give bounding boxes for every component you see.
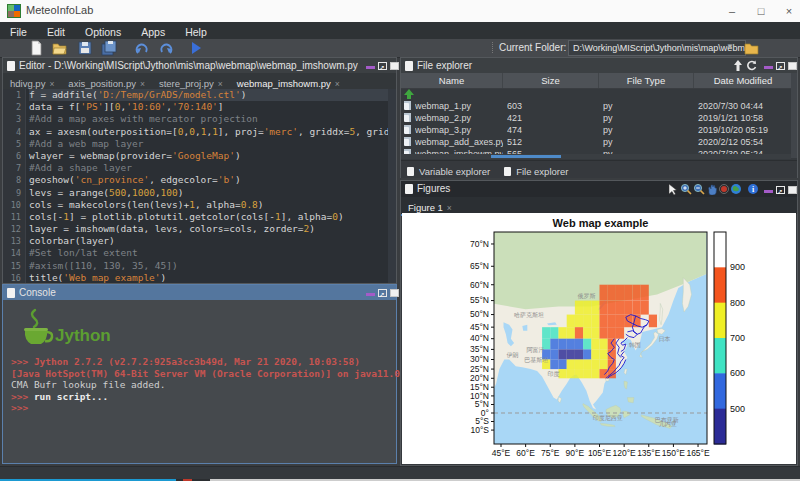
redo-icon[interactable] <box>158 40 174 56</box>
figures-header[interactable]: Figures <box>401 181 797 197</box>
line-number: 2 <box>3 101 25 113</box>
tab-file-explorer[interactable]: File explorer <box>498 163 576 180</box>
menu-edit[interactable]: Edit <box>37 24 75 40</box>
file-cell: webmap_add_axes.py <box>415 136 503 148</box>
undo-icon[interactable] <box>134 40 150 56</box>
maximize-window-button[interactable]: □ <box>750 2 772 20</box>
maximize-panel-icon[interactable] <box>788 186 797 194</box>
detach-panel-icon[interactable] <box>378 62 387 70</box>
svg-text:150°E: 150°E <box>662 448 686 458</box>
code-line[interactable]: title('Web map example') <box>29 272 388 283</box>
menu-help[interactable]: Help <box>175 24 217 40</box>
zoom-out-icon[interactable] <box>693 183 705 195</box>
close-tab-icon[interactable]: × <box>335 79 340 89</box>
window-title: MeteoInfoLab <box>26 4 93 16</box>
file-row-webmap_add_axes.py[interactable]: webmap_add_axes.py512py2020/2/12 05:54 <box>401 136 791 148</box>
code-line[interactable]: f = addfile('D:/Temp/GrADS/model.ctl') <box>29 89 388 101</box>
chevron-down-icon[interactable]: ▼ <box>726 43 736 51</box>
code-line[interactable]: geoshow('cn_province', edgecolor='b') <box>29 174 388 186</box>
code-line[interactable]: #Add a shape layer <box>29 162 388 174</box>
current-folder-combobox[interactable]: D:\Working\MIScript\Jython\mis\map\webma… <box>568 40 746 56</box>
file-row-webmap_2.py[interactable]: webmap_2.py421py2019/1/21 10:58 <box>401 112 791 124</box>
save-icon[interactable] <box>77 40 93 56</box>
parent-directory-row[interactable] <box>401 88 791 100</box>
refresh-icon[interactable] <box>746 60 757 71</box>
close-window-button[interactable]: × <box>778 2 800 20</box>
code-text[interactable]: f = addfile('D:/Temp/GrADS/model.ctl')da… <box>29 89 388 283</box>
menu-file[interactable]: File <box>0 24 37 40</box>
detach-panel-icon[interactable] <box>776 62 785 70</box>
web-map-chart: 俄罗斯哈萨克斯坦日本韩国伊朗阿富汗巴基斯坦印度印度尼西亚巴布亚新几内亚70°N6… <box>402 213 798 467</box>
run-script-icon[interactable] <box>188 40 204 56</box>
line-number: 10 <box>3 199 25 211</box>
close-tab-icon[interactable]: × <box>218 79 223 89</box>
code-line[interactable]: levs = arange(500,1000,100) <box>29 187 388 199</box>
close-tab-icon[interactable]: × <box>49 79 54 89</box>
minimize-panel-icon[interactable] <box>366 66 375 69</box>
code-line[interactable]: #Add a map axes with mercator projection <box>29 113 388 125</box>
line-number: 8 <box>3 174 25 186</box>
column-header-file-type[interactable]: File Type <box>599 73 694 88</box>
minimize-panel-icon[interactable] <box>366 293 375 296</box>
menu-options[interactable]: Options <box>75 24 131 40</box>
minimize-panel-icon[interactable] <box>764 66 773 69</box>
code-editor[interactable]: 12345678910111213141516 f = addfile('D:/… <box>3 89 396 283</box>
minimize-window-button[interactable]: – <box>721 2 743 20</box>
tab-variable-explorer[interactable]: Variable explorer <box>401 163 498 180</box>
code-line[interactable]: cols[-1] = plotlib.plotutil.getcolor(col… <box>29 211 388 223</box>
new-file-icon[interactable] <box>28 40 44 56</box>
file-table-hscrollbar[interactable] <box>401 154 791 159</box>
full-extent-globe-icon[interactable] <box>730 183 742 195</box>
svg-text:40°N: 40°N <box>470 333 489 343</box>
identify-dot-icon[interactable] <box>718 183 730 195</box>
menu-apps[interactable]: Apps <box>131 24 175 40</box>
parent-folder-icon[interactable] <box>733 60 743 71</box>
minimize-panel-icon[interactable] <box>764 190 773 193</box>
code-line[interactable]: #axism([110, 130, 35, 45]) <box>29 260 388 272</box>
maximize-panel-icon[interactable] <box>390 62 399 70</box>
code-line[interactable]: data = f['PS'][0,'10:60','70:140'] <box>29 101 388 113</box>
save-all-icon[interactable] <box>101 40 117 56</box>
code-line[interactable]: ax = axesm(outerposition=[0,0,1,1], proj… <box>29 126 388 138</box>
info-icon[interactable]: i <box>747 183 759 195</box>
file-table-vscrollbar[interactable] <box>791 73 797 158</box>
maximize-panel-icon[interactable] <box>390 289 399 297</box>
file-table-header[interactable]: NameSizeFile TypeDate Modified <box>401 73 791 89</box>
file-cell: 512 <box>507 136 599 148</box>
file-cell: webmap_1.py <box>415 100 503 112</box>
svg-text:10°S: 10°S <box>470 425 489 435</box>
pan-hand-icon[interactable] <box>706 183 718 195</box>
console-output[interactable]: Jython >>> Jython 2.7.2 (v2.7.2:925a3cc3… <box>3 300 396 463</box>
cursor-icon[interactable] <box>666 183 678 195</box>
close-tab-icon[interactable]: × <box>447 203 452 213</box>
code-line[interactable]: #Set lon/lat extent <box>29 247 388 259</box>
close-tab-icon[interactable]: × <box>140 79 145 89</box>
editor-scrollbar[interactable] <box>388 89 396 283</box>
column-header-name[interactable]: Name <box>401 73 503 88</box>
file-row-webmap_3.py[interactable]: webmap_3.py474py2019/10/20 05:19 <box>401 124 791 136</box>
file-explorer-header[interactable]: File explorer <box>401 58 797 73</box>
code-line[interactable]: wlayer = webmap(provider='GoogleMap') <box>29 150 388 162</box>
line-number: 5 <box>3 138 25 150</box>
code-line[interactable]: layer = imshowm(data, levs, colors=cols,… <box>29 223 388 235</box>
maximize-panel-icon[interactable] <box>788 62 797 70</box>
browse-folder-icon[interactable] <box>744 40 760 56</box>
figure-canvas[interactable]: Web map example 俄罗斯哈萨克斯坦日本韩国伊朗阿富汗巴基斯坦印度印… <box>402 213 796 464</box>
console-header[interactable]: Console <box>3 285 396 300</box>
file-row-webmap_1.py[interactable]: webmap_1.py603py2020/7/30 04:44 <box>401 100 791 112</box>
code-line[interactable]: cols = makecolors(len(levs)+1, alpha=0.8… <box>29 199 388 211</box>
code-line[interactable]: colorbar(layer) <box>29 235 388 247</box>
detach-panel-icon[interactable] <box>378 289 387 297</box>
column-header-date-modified[interactable]: Date Modified <box>694 73 793 88</box>
status-bar <box>0 466 800 480</box>
file-cell: 474 <box>507 124 599 136</box>
code-line[interactable]: #Add a web map layer <box>29 138 388 150</box>
open-file-icon[interactable] <box>52 40 68 56</box>
detach-panel-icon[interactable] <box>776 186 785 194</box>
column-header-size[interactable]: Size <box>503 73 599 88</box>
console-line: >>> <box>11 402 392 414</box>
zoom-in-icon[interactable] <box>680 183 692 195</box>
svg-text:70°N: 70°N <box>470 239 489 249</box>
editor-header[interactable]: Editor - D:\Working\MIScript\Jython\mis\… <box>3 58 396 73</box>
console-line: CMA Bufr lookup file added. <box>11 379 392 391</box>
